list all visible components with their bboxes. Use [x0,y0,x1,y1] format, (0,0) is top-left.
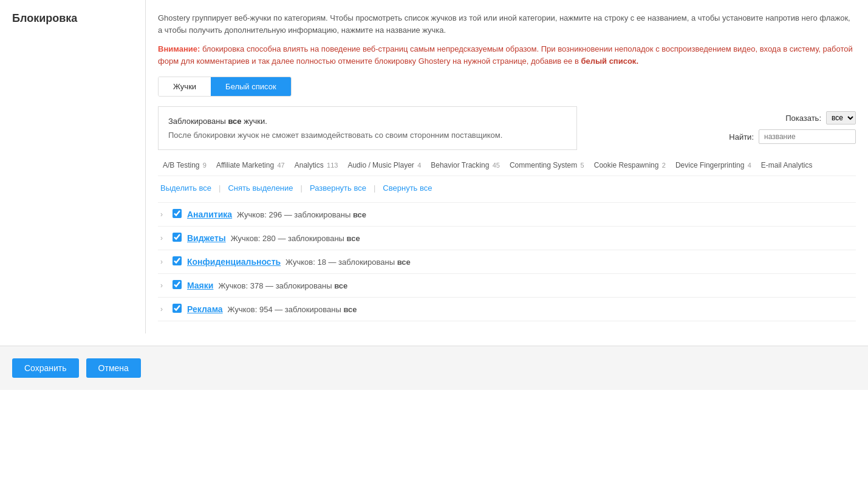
chevron-icon[interactable]: › [160,281,173,290]
section-title: Блокировка [12,12,133,25]
category-list: › Аналитика Жучков: 296 — заблокированы … [158,202,856,321]
tag-analytics[interactable]: Analytics 113 [290,160,343,171]
chevron-icon[interactable]: › [160,210,173,219]
category-checkbox[interactable] [173,280,182,289]
tag-behavior[interactable]: Behavior Tracking 45 [426,160,505,171]
warning-bold: белый список. [581,56,638,66]
tag-device[interactable]: Device Fingerprinting 4 [671,160,756,171]
select-all-link[interactable]: Выделить все [158,183,219,193]
category-checkbox[interactable] [173,304,182,313]
bottom-bar: Сохранить Отмена [0,346,868,390]
block-info: Заблокированы все жучки. После блокировк… [158,106,577,150]
tag-affiliate[interactable]: Affiliate Marketing 47 [211,160,290,171]
category-info: Жучков: 378 — заблокированы все [218,281,347,290]
chevron-icon[interactable]: › [160,234,173,242]
category-name[interactable]: Маяки [187,281,213,290]
warning-label: Внимание: [158,44,200,53]
category-row: › Конфиденциальность Жучков: 18 — заблок… [158,250,856,274]
block-sub-text: После блокировки жучок не сможет взаимод… [168,131,567,140]
category-info: Жучков: 296 — заблокированы все [237,210,366,219]
find-label: Найти: [729,132,754,142]
category-name[interactable]: Аналитика [187,210,232,219]
tags-row: A/B Testing 9 Affiliate Marketing 47 Ana… [158,160,856,176]
category-name[interactable]: Виджеты [187,233,226,243]
actions-row: Выделить все | Снять выделение | Разверн… [158,181,856,195]
cancel-button[interactable]: Отмена [86,358,141,378]
category-info: Жучков: 18 — заблокированы все [285,258,411,267]
block-main-text: Заблокированы все жучки. [168,117,567,126]
tag-audio[interactable]: Audio / Music Player 4 [343,160,426,171]
tab-whitelist[interactable]: Белый список [211,77,291,96]
category-row: › Виджеты Жучков: 280 — заблокированы вс… [158,227,856,250]
category-name[interactable]: Конфиденциальность [187,257,281,267]
find-row: Найти: [722,129,856,144]
category-info: Жучков: 954 — заблокированы все [228,305,357,314]
chevron-icon[interactable]: › [160,258,173,266]
expand-all-link[interactable]: Развернуть все [302,183,374,193]
deselect-link[interactable]: Снять выделение [220,183,300,193]
chevron-icon[interactable]: › [160,305,173,313]
tag-cookie[interactable]: Cookie Respawning 2 [589,160,671,171]
tabs: Жучки Белый список [158,77,292,97]
show-select[interactable]: все [826,111,856,125]
category-row: › Аналитика Жучков: 296 — заблокированы … [158,203,856,227]
tab-bugs[interactable]: Жучки [159,77,211,96]
category-checkbox[interactable] [173,233,182,242]
category-row: › Реклама Жучков: 954 — заблокированы вс… [158,298,856,321]
category-name[interactable]: Реклама [187,304,223,314]
category-checkbox[interactable] [173,256,182,265]
tag-email[interactable]: E-mail Analytics [756,160,818,171]
warning-body: блокировка способна влиять на поведение … [158,44,853,66]
show-label: Показать: [785,114,821,123]
show-row: Показать: все [722,111,856,125]
save-button[interactable]: Сохранить [12,358,79,378]
find-input[interactable] [759,129,856,144]
collapse-all-link[interactable]: Свернуть все [375,183,439,193]
tag-commenting[interactable]: Commenting System 5 [505,160,589,171]
category-info: Жучков: 280 — заблокированы все [231,234,360,243]
category-checkbox[interactable] [173,209,182,218]
tag-ab-testing[interactable]: A/B Testing 9 [158,160,211,171]
warning-text: Внимание: блокировка способна влиять на … [158,43,856,67]
category-row: › Маяки Жучков: 378 — заблокированы все [158,274,856,298]
description-text: Ghostery группирует веб-жучки по категор… [158,12,856,36]
